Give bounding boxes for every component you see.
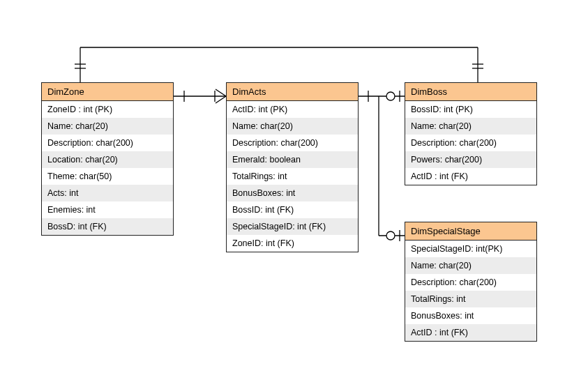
rel-zone-boss <box>75 47 483 82</box>
entity-row: ActID : int (FK) <box>405 168 536 185</box>
entity-row: Description: char(200) <box>227 135 358 151</box>
entity-row: ZoneID : int (PK) <box>42 101 173 118</box>
entity-row: SpecialStageID: int (FK) <box>227 218 358 235</box>
entity-row: Description: char(200) <box>405 274 536 291</box>
entity-header: DimSpecialStage <box>405 222 536 241</box>
entity-row: TotalRings: int <box>405 291 536 307</box>
svg-line-3 <box>216 96 226 103</box>
entity-row: ZoneID: int (FK) <box>227 235 358 252</box>
entity-dimzone: DimZone ZoneID : int (PK) Name: char(20)… <box>41 82 174 236</box>
entity-row: BossID: int (FK) <box>227 201 358 218</box>
entity-row: TotalRings: int <box>227 168 358 185</box>
svg-line-2 <box>216 89 226 96</box>
entity-header: DimZone <box>42 83 173 101</box>
entity-row: Name: char(20) <box>227 118 358 135</box>
entity-row: Acts: int <box>42 185 173 201</box>
entity-row: Enemies: int <box>42 201 173 218</box>
entity-dimboss: DimBoss BossID: int (PK) Name: char(20) … <box>405 82 537 185</box>
entity-row: ActID: int (PK) <box>227 101 358 118</box>
entity-dimspecialstage: DimSpecialStage SpecialStageID: int(PK) … <box>405 222 537 342</box>
entity-row: Emerald: boolean <box>227 151 358 168</box>
entity-row: BossD: int (FK) <box>42 218 173 235</box>
entity-row: BossID: int (PK) <box>405 101 536 118</box>
svg-point-11 <box>386 231 395 240</box>
entity-row: Powers: char(200) <box>405 151 536 168</box>
rel-zone-acts <box>174 89 226 103</box>
entity-header: DimBoss <box>405 83 536 101</box>
svg-point-7 <box>386 92 395 100</box>
entity-row: Location: char(20) <box>42 151 173 168</box>
rel-acts-specialstage <box>379 96 405 241</box>
entity-row: Name: char(20) <box>405 118 536 135</box>
entity-row: ActID : int (FK) <box>405 324 536 341</box>
entity-header: DimActs <box>227 83 358 101</box>
entity-row: Name: char(20) <box>42 118 173 135</box>
entity-row: Name: char(20) <box>405 257 536 274</box>
entity-row: SpecialStageID: int(PK) <box>405 241 536 257</box>
entity-row: Description: char(200) <box>405 135 536 151</box>
entity-row: Theme: char(50) <box>42 168 173 185</box>
entity-row: BonusBoxes: int <box>227 185 358 201</box>
entity-row: Description: char(200) <box>42 135 173 151</box>
entity-row: BonusBoxes: int <box>405 307 536 324</box>
rel-acts-boss <box>359 91 405 102</box>
entity-dimacts: DimActs ActID: int (PK) Name: char(20) D… <box>226 82 359 252</box>
